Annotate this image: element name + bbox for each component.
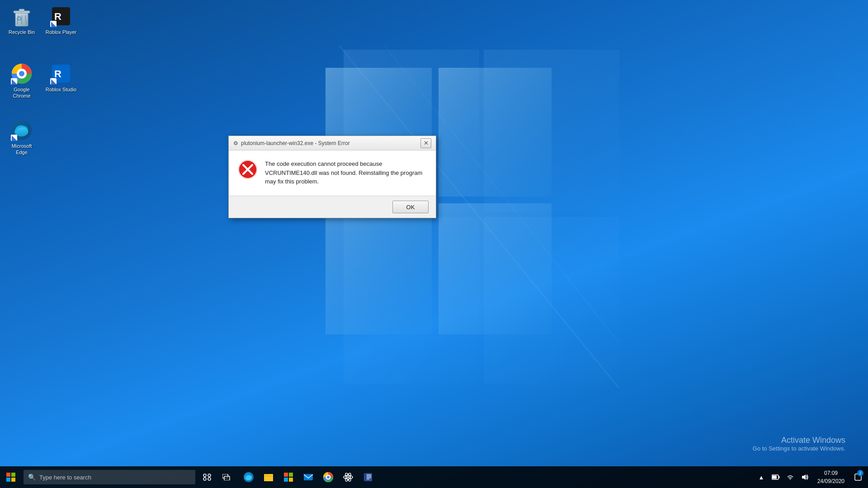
desktop-icon-roblox-studio[interactable]: R Roblox Studio	[43, 61, 79, 94]
svg-marker-1	[484, 50, 619, 212]
svg-rect-37	[6, 473, 10, 477]
svg-rect-40	[11, 478, 15, 482]
tray-volume[interactable]	[797, 466, 812, 488]
clock-date: 24/09/2020	[817, 477, 844, 485]
ok-button[interactable]: OK	[392, 201, 429, 213]
dialog-titlebar: ⚙ plutonium-launcher-win32.exe - System …	[229, 136, 436, 150]
error-icon	[238, 160, 258, 179]
recycle-bin-label: Recycle Bin	[9, 29, 35, 35]
roblox-studio-label: Roblox Studio	[46, 86, 77, 93]
svg-marker-2	[344, 217, 479, 384]
svg-rect-54	[289, 478, 293, 482]
svg-marker-3	[484, 217, 619, 384]
virtual-desktop-button[interactable]	[217, 466, 237, 488]
dialog-title-icon: ⚙	[233, 140, 238, 146]
svg-rect-50	[264, 475, 273, 481]
svg-point-23	[19, 71, 24, 76]
svg-rect-70	[772, 476, 777, 479]
tray-battery[interactable]	[769, 466, 783, 488]
svg-rect-39	[6, 478, 10, 482]
recycle-bin-icon-img: ♻	[11, 5, 33, 27]
desktop: ♻ Recycle Bin R Roblox Player	[0, 0, 868, 488]
svg-rect-64	[365, 473, 366, 481]
svg-rect-7	[439, 68, 552, 197]
start-button[interactable]	[0, 466, 22, 488]
dialog-footer: OK	[229, 196, 436, 218]
svg-point-41	[203, 474, 206, 477]
svg-rect-9	[439, 203, 552, 334]
svg-point-58	[327, 476, 330, 479]
desktop-icon-microsoft-edge[interactable]: Microsoft Edge	[4, 117, 40, 158]
svg-point-44	[208, 478, 211, 480]
dialog-overlay: ⚙ plutonium-launcher-win32.exe - System …	[0, 0, 868, 488]
svg-rect-52	[289, 473, 293, 477]
tray-network[interactable]	[783, 466, 797, 488]
roblox-studio-icon-img: R	[50, 63, 72, 84]
roblox-player-label: Roblox Player	[46, 29, 76, 35]
dialog-message: The code execution cannot proceed becaus…	[265, 160, 427, 186]
error-dialog: ⚙ plutonium-launcher-win32.exe - System …	[228, 136, 436, 218]
google-chrome-icon-img	[11, 63, 33, 84]
svg-point-43	[203, 478, 206, 480]
desktop-icon-recycle-bin[interactable]: ♻ Recycle Bin	[4, 4, 40, 37]
taskbar-apps	[239, 466, 754, 488]
taskview-button[interactable]	[197, 466, 217, 488]
microsoft-edge-icon-img	[11, 119, 33, 141]
microsoft-edge-label: Microsoft Edge	[5, 143, 38, 156]
activate-windows-title: Activate Windows	[753, 436, 845, 445]
notification-center-button[interactable]: 2	[850, 466, 866, 488]
svg-rect-38	[11, 473, 15, 477]
svg-rect-46	[224, 476, 230, 480]
svg-rect-8	[326, 203, 432, 334]
taskbar-chrome[interactable]	[318, 466, 338, 488]
search-placeholder: Type here to search	[39, 474, 91, 481]
svg-text:R: R	[54, 11, 61, 22]
google-chrome-label: Google Chrome	[5, 86, 38, 99]
taskbar-mail[interactable]	[298, 466, 318, 488]
desktop-icon-google-chrome[interactable]: Google Chrome	[4, 61, 40, 101]
notification-badge: 2	[857, 470, 863, 476]
tray-expand-button[interactable]: ▲	[754, 466, 769, 488]
taskbar-edge[interactable]	[239, 466, 259, 488]
desktop-icon-roblox-player[interactable]: R Roblox Player	[43, 4, 79, 37]
taskbar-reader[interactable]	[358, 466, 378, 488]
svg-rect-51	[284, 473, 288, 477]
svg-marker-72	[802, 474, 806, 480]
svg-text:♻: ♻	[16, 15, 22, 22]
taskbar-atom[interactable]	[338, 466, 358, 488]
clock[interactable]: 07:09 24/09/2020	[812, 466, 850, 488]
dialog-title-text: plutonium-launcher-win32.exe - System Er…	[241, 140, 350, 146]
search-icon: 🔍	[28, 474, 36, 481]
svg-text:R: R	[54, 68, 61, 80]
dialog-title: ⚙ plutonium-launcher-win32.exe - System …	[233, 140, 350, 146]
taskbar-file-explorer[interactable]	[259, 466, 278, 488]
taskbar-search[interactable]: 🔍 Type here to search	[24, 470, 195, 484]
svg-rect-55	[304, 474, 313, 480]
dialog-body: The code execution cannot proceed becaus…	[229, 150, 436, 196]
activate-windows-subtitle: Go to Settings to activate Windows.	[753, 445, 845, 452]
roblox-player-icon-img: R	[50, 5, 72, 27]
svg-rect-12	[19, 9, 24, 11]
svg-rect-71	[778, 476, 779, 479]
chevron-up-icon: ▲	[759, 474, 764, 481]
svg-rect-53	[284, 478, 288, 482]
dialog-close-button[interactable]: ✕	[420, 138, 431, 148]
taskbar-right: ▲	[754, 466, 868, 488]
svg-point-42	[208, 474, 211, 477]
taskbar-store[interactable]	[278, 466, 298, 488]
activate-windows-watermark: Activate Windows Go to Settings to activ…	[753, 436, 845, 452]
svg-point-59	[347, 476, 349, 478]
clock-time: 07:09	[824, 469, 838, 477]
taskbar: 🔍 Type here to search	[0, 466, 868, 488]
system-tray: ▲	[754, 466, 812, 488]
